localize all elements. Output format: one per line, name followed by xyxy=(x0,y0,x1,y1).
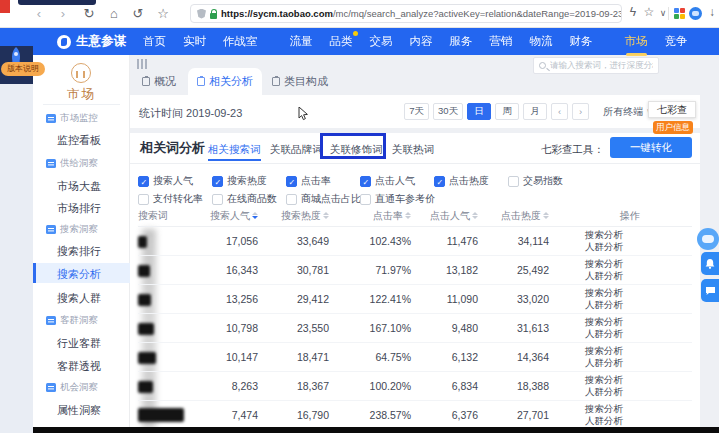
sidebar-item-monitor-board[interactable]: 监控看板 xyxy=(57,133,101,148)
metric-checkbox-click-pop[interactable]: 点击人气 xyxy=(360,174,415,188)
url-bar[interactable]: https://sycm.taobao.com/mc/mq/search_ana… xyxy=(190,4,622,23)
nav-item-warroom[interactable]: 作战室 xyxy=(223,34,258,49)
nav-item-finance[interactable]: 财务 xyxy=(570,34,593,49)
nav-item-marketing[interactable]: 营销 xyxy=(490,34,513,49)
metric-checkbox-pay-conversion[interactable]: 支付转化率 xyxy=(138,192,203,206)
action-search-analysis[interactable]: 搜索分析 xyxy=(585,287,692,299)
date-week-button[interactable]: 周 xyxy=(495,103,519,120)
action-search-analysis[interactable]: 搜索分析 xyxy=(585,316,692,328)
date-day-button[interactable]: 日 xyxy=(467,103,491,120)
page-info-icon[interactable] xyxy=(197,9,206,19)
nav-item-competition[interactable]: 竞争 xyxy=(665,34,688,49)
sidebar-section-market-monitor[interactable]: 市场监控 xyxy=(46,112,98,125)
action-crowd-analysis[interactable]: 人群分析 xyxy=(585,241,692,253)
tab-overview[interactable]: 概况 xyxy=(142,74,176,89)
assistant-robot-icon[interactable] xyxy=(697,228,719,250)
metric-checkbox-click-heat[interactable]: 点击热度 xyxy=(434,174,489,188)
sidebar-item-market-overview[interactable]: 市场大盘 xyxy=(57,179,101,194)
action-search-analysis[interactable]: 搜索分析 xyxy=(585,403,692,415)
back-icon[interactable]: ‹ xyxy=(30,5,48,23)
notification-bell-button[interactable] xyxy=(701,252,719,275)
col-header-click-pop[interactable]: 点击人气 xyxy=(430,209,478,223)
sidebar-item-industry-crowd[interactable]: 行业客群 xyxy=(57,336,101,351)
subtab-related-brand-words[interactable]: 关联品牌词 xyxy=(270,143,323,157)
nav-item-category[interactable]: 品类 xyxy=(330,34,353,49)
search-term-redacted xyxy=(138,234,188,247)
tab-category-composition[interactable]: 类目构成 xyxy=(272,74,328,89)
action-search-analysis[interactable]: 搜索分析 xyxy=(585,345,692,357)
action-search-analysis[interactable]: 搜索分析 xyxy=(585,229,692,241)
subtab-related-search-words[interactable]: 相关搜索词 xyxy=(208,143,261,157)
nav-item-market-active[interactable]: 市场 xyxy=(625,34,648,49)
date-next-button[interactable]: › xyxy=(572,103,589,120)
qicai-overlay-button[interactable]: 七彩查 xyxy=(648,101,696,118)
metric-checkbox-online-items[interactable]: 在线商品数 xyxy=(212,192,277,206)
col-header-search-word[interactable]: 搜索词 xyxy=(138,209,188,223)
terminal-dropdown[interactable]: 所有终端∨ xyxy=(603,105,652,119)
flash-icon[interactable]: ϟ xyxy=(625,5,641,19)
reload-icon[interactable]: ↻ xyxy=(80,5,98,23)
search-input[interactable]: 请输入搜索词，进行深度分析 xyxy=(533,57,659,74)
sidebar-item-crowd-perspective[interactable]: 客群透视 xyxy=(57,359,101,374)
nav-item-traffic[interactable]: 流量 xyxy=(290,34,313,49)
action-crowd-analysis[interactable]: 人群分析 xyxy=(585,299,692,311)
tab-relation-analysis-active[interactable]: 相关分析 xyxy=(188,68,262,95)
action-search-analysis[interactable]: 搜索分析 xyxy=(585,374,692,386)
sidebar-section-search-insight[interactable]: 搜索洞察 xyxy=(46,223,98,236)
metric-checkbox-trade-index[interactable]: 交易指数 xyxy=(508,174,563,188)
nav-item-home[interactable]: 首页 xyxy=(143,34,166,49)
sidebar-section-opportunity-insight[interactable]: 机会洞察 xyxy=(46,381,98,394)
sycm-logo[interactable]: 生意参谋 xyxy=(57,33,126,50)
cell-search-pop: 17,056 xyxy=(188,235,258,247)
home-icon[interactable]: ⌂ xyxy=(105,5,123,23)
subtab-related-hot-words[interactable]: 关联热词 xyxy=(392,143,434,157)
metric-checkbox-mall-click-share[interactable]: 商城点击占比 xyxy=(286,192,361,206)
action-crowd-analysis[interactable]: 人群分析 xyxy=(585,415,692,427)
metric-checkbox-ztc-ref-price[interactable]: 直通车参考价 xyxy=(360,192,435,206)
bookmark-star-icon[interactable]: ☆ xyxy=(154,5,172,23)
col-header-ctr[interactable]: 点击率 xyxy=(373,209,411,223)
col-header-click-heat[interactable]: 点击热度 xyxy=(501,209,549,223)
date-month-button[interactable]: 月 xyxy=(523,103,547,120)
metric-checkbox-search-heat[interactable]: 搜索热度 xyxy=(212,174,267,188)
userinfo-overlay-button[interactable]: 用户信息 xyxy=(653,121,693,134)
version-notes-badge[interactable]: 版本说明 xyxy=(1,62,45,76)
action-crowd-analysis[interactable]: 人群分析 xyxy=(585,328,692,340)
nav-item-service[interactable]: 服务 xyxy=(450,34,473,49)
nav-item-realtime[interactable]: 实时 xyxy=(183,34,206,49)
table-row: 13,256 29,412 122.41% 11,090 33,020 搜索分析… xyxy=(138,285,692,314)
checkbox-unchecked-icon xyxy=(286,194,297,205)
action-crowd-analysis[interactable]: 人群分析 xyxy=(585,357,692,369)
sidebar-item-search-crowd[interactable]: 搜索人群 xyxy=(57,291,101,306)
metric-checkbox-ctr[interactable]: 点击率 xyxy=(286,174,331,188)
date-controls: 7天 30天 日 周 月 ‹ › 所有终端∨ xyxy=(404,103,652,120)
nav-item-content[interactable]: 内容 xyxy=(410,34,433,49)
metric-checkbox-search-pop[interactable]: 搜索人气 xyxy=(138,174,193,188)
undo-icon[interactable]: ↺ xyxy=(129,5,147,23)
sidebar-section-crowd-insight[interactable]: 客群洞察 xyxy=(46,314,98,327)
sidebar-item-attribute-insight[interactable]: 属性洞察 xyxy=(57,403,101,418)
nav-item-logistics[interactable]: 物流 xyxy=(530,34,553,49)
col-header-search-heat[interactable]: 搜索热度 xyxy=(281,209,329,223)
action-search-analysis[interactable]: 搜索分析 xyxy=(585,258,692,270)
date-30days-button[interactable]: 30天 xyxy=(433,103,463,120)
extension-icon[interactable] xyxy=(689,7,702,20)
date-prev-button[interactable]: ‹ xyxy=(551,103,568,120)
sidebar-section-supply-insight[interactable]: 供给洞察 xyxy=(46,157,98,170)
cell-click-heat: 33,020 xyxy=(478,293,549,305)
col-header-search-pop[interactable]: 搜索人气 xyxy=(210,209,258,223)
feedback-chat-button[interactable] xyxy=(701,279,719,302)
cell-ctr: 122.41% xyxy=(329,293,411,305)
sidebar-item-market-ranking[interactable]: 市场排行 xyxy=(57,201,101,216)
sidebar-item-search-ranking[interactable]: 搜索排行 xyxy=(57,244,101,259)
action-crowd-analysis[interactable]: 人群分析 xyxy=(585,386,692,398)
search-term-redacted xyxy=(138,379,188,392)
forward-icon[interactable]: › xyxy=(54,5,72,23)
extensions-grid-icon[interactable] xyxy=(674,8,685,19)
download-icon[interactable]: ↓ xyxy=(704,5,719,19)
date-7days-button[interactable]: 7天 xyxy=(404,103,429,120)
action-crowd-analysis[interactable]: 人群分析 xyxy=(585,270,692,282)
one-click-convert-button[interactable]: 一键转化 xyxy=(610,137,692,158)
sidebar-item-search-analysis[interactable]: 搜索分析 xyxy=(57,267,101,282)
nav-item-trade[interactable]: 交易 xyxy=(370,34,393,49)
